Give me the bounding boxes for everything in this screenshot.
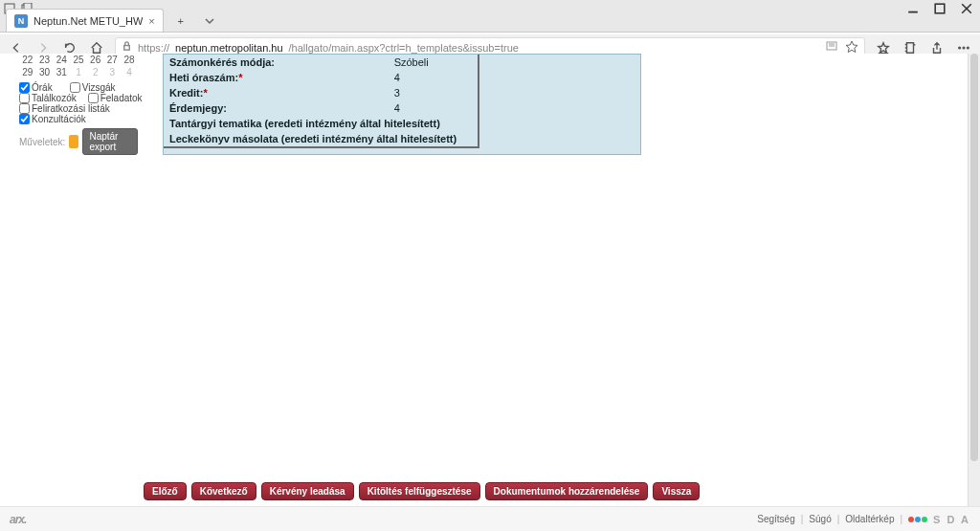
cal-day-next-month[interactable]: 1	[70, 66, 87, 78]
footer-segitseg[interactable]: Segítség	[757, 514, 794, 524]
val-erdemjegy: 4	[389, 100, 479, 116]
window-maximize[interactable]	[934, 3, 946, 14]
cal-day-next-month[interactable]: 4	[121, 66, 138, 78]
rss-icon[interactable]	[69, 135, 78, 148]
tab-list-button[interactable]	[198, 11, 221, 32]
cal-day[interactable]: 24	[53, 54, 70, 66]
btn-kerveny-leadasa[interactable]: Kérvény leadása	[261, 482, 354, 500]
cal-day[interactable]: 28	[121, 54, 138, 66]
tab-close-icon[interactable]: ×	[148, 15, 154, 27]
chk-feliratkozasi[interactable]: Feliratkozási listák	[19, 103, 138, 114]
course-info-table: Számonkérés módja:Szóbeli Heti óraszám:*…	[164, 55, 479, 148]
cal-day[interactable]: 29	[19, 66, 36, 78]
url-scheme: https://	[138, 42, 169, 54]
calendar-export-button[interactable]: Naptár export	[82, 128, 138, 155]
window-minimize[interactable]	[907, 3, 919, 14]
cal-day[interactable]: 31	[53, 66, 70, 78]
lock-icon	[122, 41, 132, 54]
cal-day[interactable]: 27	[104, 54, 122, 66]
footer-sugo[interactable]: Súgó	[809, 514, 831, 524]
btn-kitoltes-felfuggesztese[interactable]: Kitöltés felfüggesztése	[359, 482, 480, 500]
cal-day[interactable]: 23	[36, 54, 54, 66]
val-hetioraszam: 4	[389, 70, 479, 85]
mini-calendar[interactable]: 22 23 24 25 26 27 28 29 30 31 1 2 3 4	[19, 54, 138, 78]
lbl-szamonkeres: Számonkérés módja:	[164, 55, 389, 70]
url-path: /hallgato/main.aspx?ctrl=h_templates&iss…	[289, 42, 519, 54]
lbl-hetioraszam: Heti óraszám:*	[164, 70, 389, 85]
cal-day-next-month[interactable]: 2	[87, 66, 104, 78]
footer-oldalterkep[interactable]: Oldaltérkép	[845, 514, 894, 524]
ops-label: Műveletek:	[19, 137, 65, 147]
chk-konzultaciok[interactable]: Konzultációk	[19, 114, 138, 124]
chk-orak[interactable]: Órák	[19, 82, 53, 93]
val-kredit: 3	[389, 85, 479, 100]
footer-sda-logo: S D A	[933, 514, 970, 525]
val-szamonkeres: Szóbeli	[389, 55, 479, 70]
cal-day[interactable]: 26	[87, 54, 104, 66]
new-tab-button[interactable]: +	[169, 11, 192, 32]
window-close[interactable]	[961, 3, 972, 14]
btn-dokumentumok[interactable]: Dokumentumok hozzárendelése	[485, 482, 649, 500]
url-host: neptun.metropolitan.hu	[175, 42, 283, 54]
chk-vizsgak[interactable]: Vizsgák	[70, 82, 116, 93]
row-tematika: Tantárgyi tematika (eredeti intézmény ál…	[164, 116, 479, 131]
chk-talalkozok[interactable]: Találkozók	[19, 93, 77, 103]
tab-favicon: N	[14, 14, 28, 28]
vertical-scrollbar[interactable]	[968, 54, 980, 506]
browser-tab[interactable]: N Neptun.Net METU_HW ×	[6, 9, 164, 32]
footer-dots-icon	[908, 517, 927, 522]
chk-feladatok[interactable]: Feladatok	[88, 93, 143, 103]
btn-elozo[interactable]: Előző	[144, 482, 187, 500]
footer-brand: arx.	[10, 513, 26, 526]
svg-rect-7	[124, 46, 130, 51]
cal-day[interactable]: 25	[70, 54, 87, 66]
svg-rect-4	[935, 4, 945, 13]
btn-vissza[interactable]: Vissza	[653, 482, 700, 500]
cal-day[interactable]: 22	[19, 54, 36, 66]
tab-title: Neptun.Net METU_HW	[33, 15, 143, 27]
lbl-erdemjegy: Érdemjegy:	[164, 100, 389, 116]
cal-day[interactable]: 30	[36, 66, 54, 78]
row-leckekonyv: Leckekönyv másolata (eredeti intézmény á…	[164, 131, 479, 147]
svg-point-13	[963, 47, 965, 49]
lbl-kredit: Kredit:*	[164, 85, 389, 100]
scroll-thumb[interactable]	[970, 54, 978, 461]
svg-point-14	[968, 47, 969, 49]
cal-day-next-month[interactable]: 3	[104, 66, 122, 78]
svg-point-12	[959, 47, 961, 49]
btn-kovetkezo[interactable]: Következő	[191, 482, 256, 500]
